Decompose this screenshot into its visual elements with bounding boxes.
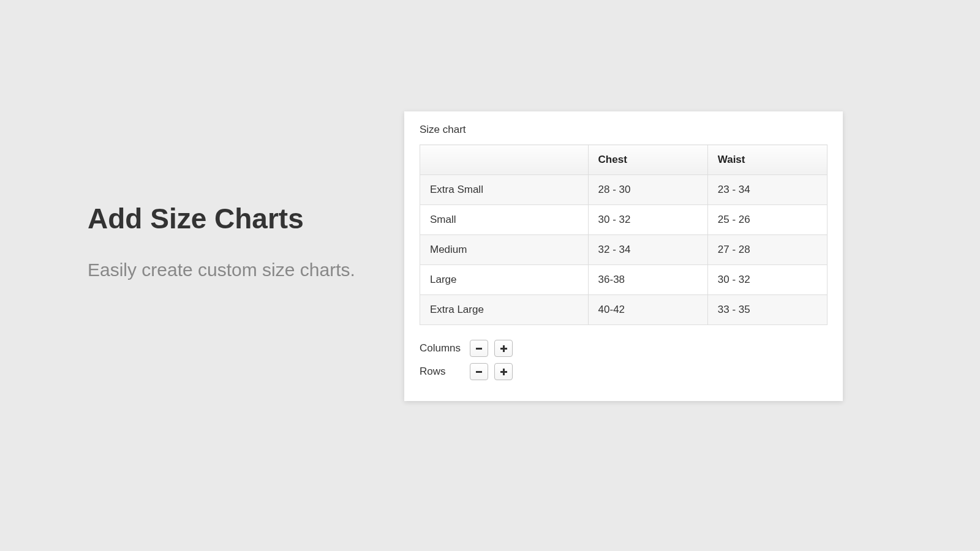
table-row: Small 30 - 32 25 - 26 [420,205,827,235]
waist-value[interactable]: 25 - 26 [707,205,827,235]
size-chart-panel: Size chart Chest Waist Extra Small 28 - … [404,111,843,401]
add-row-button[interactable] [494,363,513,380]
table-controls: Columns Rows [420,340,827,380]
table-header-chest: Chest [588,145,707,175]
minus-icon [476,371,482,373]
page-subtitle: Easily create custom size charts. [88,260,355,280]
size-label[interactable]: Medium [420,235,589,265]
table-header-empty [420,145,589,175]
waist-value[interactable]: 23 - 34 [707,175,827,205]
size-label[interactable]: Extra Large [420,295,589,325]
waist-value[interactable]: 33 - 35 [707,295,827,325]
chest-value[interactable]: 32 - 34 [588,235,707,265]
panel-title: Size chart [420,124,827,136]
table-row: Large 36-38 30 - 32 [420,265,827,295]
chest-value[interactable]: 28 - 30 [588,175,707,205]
remove-row-button[interactable] [470,363,488,380]
waist-value[interactable]: 27 - 28 [707,235,827,265]
size-chart-table: Chest Waist Extra Small 28 - 30 23 - 34 … [420,144,827,325]
page-title: Add Size Charts [88,202,355,235]
hero-section: Add Size Charts Easily create custom siz… [88,202,355,280]
size-label[interactable]: Small [420,205,589,235]
chest-value[interactable]: 36-38 [588,265,707,295]
table-row: Medium 32 - 34 27 - 28 [420,235,827,265]
rows-control: Rows [420,363,827,380]
size-label[interactable]: Extra Small [420,175,589,205]
table-row: Extra Small 28 - 30 23 - 34 [420,175,827,205]
table-header-row: Chest Waist [420,145,827,175]
rows-label: Rows [420,365,470,378]
waist-value[interactable]: 30 - 32 [707,265,827,295]
minus-icon [476,348,482,350]
columns-label: Columns [420,342,470,354]
table-header-waist: Waist [707,145,827,175]
chest-value[interactable]: 40-42 [588,295,707,325]
table-row: Extra Large 40-42 33 - 35 [420,295,827,325]
add-column-button[interactable] [494,340,513,357]
remove-column-button[interactable] [470,340,488,357]
plus-icon [500,369,507,375]
size-label[interactable]: Large [420,265,589,295]
chest-value[interactable]: 30 - 32 [588,205,707,235]
plus-icon [500,345,507,352]
columns-control: Columns [420,340,827,357]
